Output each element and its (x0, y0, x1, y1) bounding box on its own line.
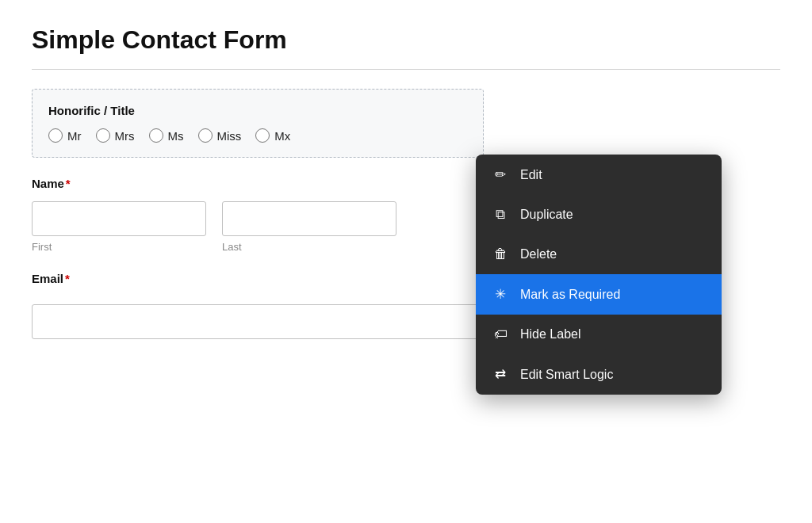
menu-item-edit-smart-logic[interactable]: ⇄ Edit Smart Logic (476, 354, 722, 395)
honorific-option-mx[interactable]: Mx (255, 128, 290, 143)
honorific-radio-group: Mr Mrs Ms Miss Mx (48, 128, 467, 143)
honorific-option-mr[interactable]: Mr (48, 128, 82, 143)
honorific-radio-mrs[interactable] (96, 128, 110, 143)
menu-duplicate-label: Duplicate (520, 208, 573, 222)
menu-item-delete[interactable]: 🗑 Delete (476, 235, 722, 274)
asterisk-icon: ✳ (492, 286, 509, 303)
smart-logic-icon: ⇄ (492, 366, 509, 383)
menu-delete-label: Delete (520, 247, 557, 262)
menu-item-duplicate[interactable]: ⧉ Duplicate (476, 195, 722, 235)
name-inputs-group: First Last (32, 201, 484, 253)
honorific-option-ms[interactable]: Ms (149, 128, 184, 143)
email-label-text: Email (32, 272, 63, 285)
honorific-option-mr-label: Mr (67, 129, 82, 143)
duplicate-icon: ⧉ (492, 207, 509, 223)
edit-icon: ✏ (492, 166, 509, 183)
menu-item-hide-label[interactable]: 🏷 Hide Label (476, 315, 722, 354)
first-name-sublabel: First (32, 241, 206, 253)
last-name-input[interactable] (222, 201, 396, 236)
honorific-option-mrs-label: Mrs (115, 129, 135, 143)
menu-mark-required-label: Mark as Required (520, 288, 620, 302)
honorific-option-miss-label: Miss (217, 129, 242, 143)
menu-hide-label-label: Hide Label (520, 327, 581, 342)
page-title: Simple Contact Form (32, 25, 780, 55)
name-label-text: Name (32, 177, 64, 190)
menu-item-mark-required[interactable]: ✳ Mark as Required (476, 274, 722, 315)
first-name-wrapper: First (32, 201, 206, 253)
name-field-block: Name* First Last (32, 177, 484, 253)
email-field-block: Email* (32, 272, 484, 339)
honorific-radio-mx[interactable] (255, 128, 270, 143)
email-required-star: * (65, 272, 70, 285)
title-divider (32, 69, 780, 70)
honorific-label: Honorific / Title (48, 104, 467, 117)
honorific-radio-miss[interactable] (198, 128, 213, 143)
first-name-input[interactable] (32, 201, 206, 236)
label-icon: 🏷 (492, 326, 509, 342)
honorific-option-miss[interactable]: Miss (198, 128, 242, 143)
last-name-wrapper: Last (222, 201, 396, 253)
honorific-radio-ms[interactable] (149, 128, 163, 143)
honorific-option-ms-label: Ms (168, 129, 184, 143)
email-field-label: Email* (32, 272, 484, 285)
honorific-option-mx-label: Mx (274, 129, 290, 143)
honorific-field-block: Honorific / Title Mr Mrs Ms Miss Mx (32, 89, 484, 158)
last-name-sublabel: Last (222, 241, 396, 253)
honorific-radio-mr[interactable] (48, 128, 63, 143)
email-input[interactable] (32, 304, 484, 339)
name-required-star: * (66, 177, 71, 190)
menu-edit-label: Edit (520, 168, 542, 182)
context-menu: ✏ Edit ⧉ Duplicate 🗑 Delete ✳ Mark as Re… (476, 155, 722, 395)
name-field-label: Name* (32, 177, 484, 190)
trash-icon: 🗑 (492, 246, 509, 262)
menu-item-edit[interactable]: ✏ Edit (476, 155, 722, 195)
menu-edit-smart-logic-label: Edit Smart Logic (520, 368, 613, 382)
honorific-option-mrs[interactable]: Mrs (96, 128, 135, 143)
